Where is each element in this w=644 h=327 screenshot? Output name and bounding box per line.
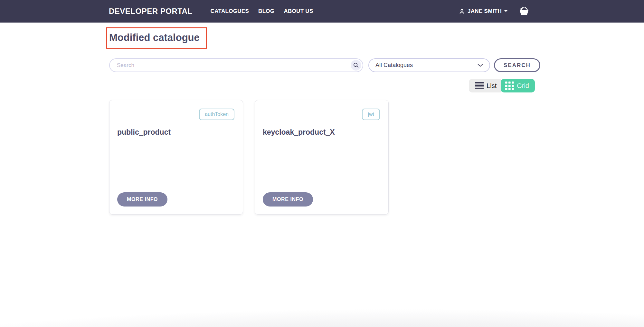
auth-type-badge: authToken xyxy=(199,109,234,120)
search-icon xyxy=(353,62,359,68)
product-name: public_product xyxy=(117,128,234,137)
badge-row: jwt xyxy=(263,109,380,120)
grid-icon xyxy=(505,82,514,90)
product-name: keycloak_product_X xyxy=(263,128,380,137)
brand-logo[interactable]: DEVELOPER PORTAL xyxy=(109,7,193,16)
catalogue-filter-select[interactable]: All Catalogues xyxy=(368,58,490,72)
chevron-down-icon xyxy=(478,64,483,67)
page-title-highlight: Modified catalogue xyxy=(106,27,207,49)
list-view-button[interactable]: List xyxy=(469,79,501,92)
grid-label: Grid xyxy=(517,82,529,90)
user-name: JANE SMITH xyxy=(468,8,502,14)
auth-type-badge: jwt xyxy=(362,109,380,120)
chevron-down-icon xyxy=(504,10,508,13)
product-card: authToken public_product MORE INFO xyxy=(109,100,243,215)
search-submit-icon-button[interactable] xyxy=(351,60,361,71)
search-row: All Catalogues SEARCH xyxy=(109,58,535,72)
page-title: Modified catalogue xyxy=(109,32,200,43)
search-button[interactable]: SEARCH xyxy=(494,58,540,72)
basket-button[interactable] xyxy=(519,7,529,16)
badge-row: authToken xyxy=(117,109,234,120)
grid-view-button[interactable]: Grid xyxy=(501,79,535,92)
more-info-button[interactable]: MORE INFO xyxy=(117,192,167,207)
list-label: List xyxy=(487,82,497,90)
person-icon xyxy=(459,8,465,15)
view-toggle: List Grid xyxy=(469,79,535,92)
top-nav-bar: DEVELOPER PORTAL CATALOGUES BLOG ABOUT U… xyxy=(0,0,644,23)
bottom-shadow xyxy=(0,279,644,327)
search-input[interactable] xyxy=(109,58,363,72)
list-icon xyxy=(475,82,484,90)
product-card: jwt keycloak_product_X MORE INFO xyxy=(255,100,389,215)
header-right: JANE SMITH xyxy=(459,7,529,16)
view-toggle-row: List Grid xyxy=(109,79,535,92)
nav-about-us[interactable]: ABOUT US xyxy=(284,8,313,14)
main-nav: CATALOGUES BLOG ABOUT US xyxy=(211,8,313,14)
main-content: Modified catalogue All Catalogues xyxy=(109,27,535,215)
nav-catalogues[interactable]: CATALOGUES xyxy=(211,8,249,14)
product-card-grid: authToken public_product MORE INFO jwt k… xyxy=(109,100,535,215)
basket-icon xyxy=(519,7,529,16)
more-info-button[interactable]: MORE INFO xyxy=(263,192,313,207)
search-field xyxy=(109,58,363,72)
nav-blog[interactable]: BLOG xyxy=(258,8,274,14)
selected-filter-label: All Catalogues xyxy=(375,62,413,69)
user-menu[interactable]: JANE SMITH xyxy=(459,8,508,15)
